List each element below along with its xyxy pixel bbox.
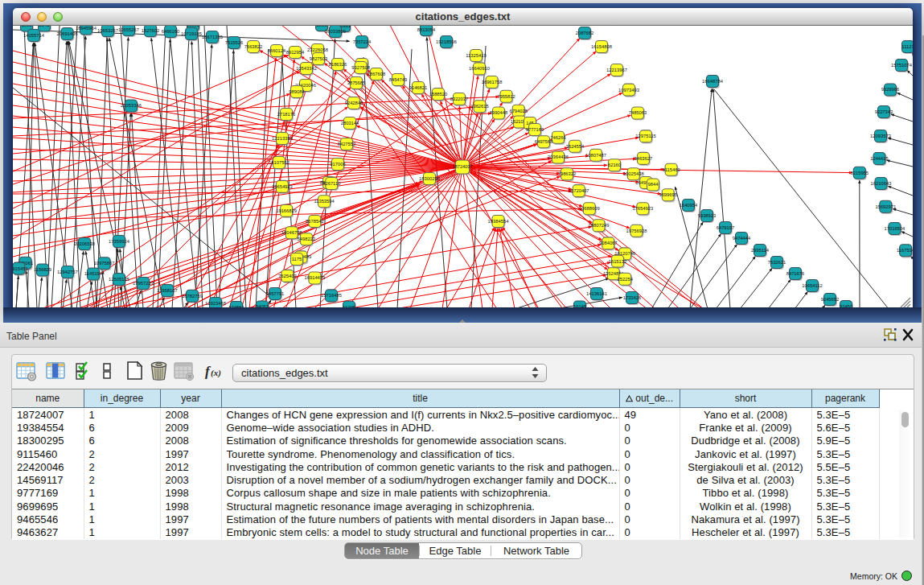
svg-text:1803: 1803: [317, 26, 327, 27]
svg-text:16640910: 16640910: [469, 66, 490, 71]
svg-text:9084067: 9084067: [599, 241, 618, 245]
svg-text:8186326: 8186326: [329, 62, 347, 67]
svg-text:9329966: 9329966: [881, 87, 900, 92]
svg-text:12923468: 12923468: [205, 301, 226, 306]
svg-text:1145194: 1145194: [84, 271, 103, 276]
svg-text:1891: 1891: [22, 26, 32, 27]
svg-text:7357224: 7357224: [353, 39, 372, 44]
svg-text:3875685: 3875685: [347, 80, 366, 85]
svg-text:16782759: 16782759: [182, 294, 203, 299]
svg-text:16046758: 16046758: [281, 230, 302, 235]
svg-text:10025438: 10025438: [623, 171, 644, 176]
svg-text:9146821: 9146821: [409, 85, 428, 90]
svg-text:15692971: 15692971: [875, 204, 896, 209]
svg-text:18724007: 18724007: [453, 164, 473, 169]
svg-text:11123: 11123: [901, 44, 913, 49]
svg-text:9463627: 9463627: [634, 156, 653, 161]
svg-text:18300295: 18300295: [419, 176, 440, 181]
svg-text:6479197: 6479197: [717, 225, 735, 230]
svg-text:16154808: 16154808: [591, 44, 612, 49]
svg-text:10654112: 10654112: [802, 283, 822, 288]
svg-text:12093573: 12093573: [870, 134, 891, 138]
svg-text:16671355: 16671355: [202, 35, 223, 39]
svg-text:10891: 10891: [187, 26, 199, 27]
svg-text:3624554: 3624554: [566, 144, 585, 149]
svg-text:3915451: 3915451: [13, 266, 28, 271]
svg-text:9245652: 9245652: [821, 297, 840, 302]
svg-text:252254: 252254: [618, 277, 634, 282]
svg-text:62160: 62160: [608, 163, 621, 167]
svg-text:20053346: 20053346: [121, 103, 142, 108]
svg-text:20364436: 20364436: [548, 154, 569, 159]
svg-text:19756928: 19756928: [626, 229, 647, 233]
svg-text:14136141: 14136141: [586, 291, 607, 296]
svg-text:19218506: 19218506: [436, 39, 457, 44]
svg-text:(x): (x): [211, 368, 221, 378]
svg-text:7515526: 7515526: [225, 40, 244, 45]
svg-text:15720407: 15720407: [569, 188, 589, 193]
svg-text:9115460: 9115460: [663, 167, 680, 172]
svg-text:7625402: 7625402: [278, 274, 297, 278]
svg-text:5938923: 5938923: [698, 213, 717, 218]
svg-text:17654923: 17654923: [632, 206, 653, 211]
svg-text:1175: 1175: [292, 257, 302, 262]
svg-text:2867608: 2867608: [368, 72, 386, 76]
svg-text:9844: 9844: [648, 182, 659, 187]
svg-text:8912954: 8912954: [286, 50, 305, 55]
svg-text:7632621: 7632621: [768, 260, 786, 265]
svg-text:6497568: 6497568: [535, 139, 553, 144]
svg-text:10688609: 10688609: [579, 206, 600, 211]
svg-text:16961758: 16961758: [482, 80, 503, 84]
svg-text:19384554: 19384554: [488, 219, 510, 224]
svg-text:11958107: 11958107: [157, 288, 177, 293]
svg-text:16107552: 16107552: [269, 160, 290, 165]
svg-text:1733426: 1733426: [623, 295, 642, 300]
svg-text:11353594: 11353594: [314, 199, 335, 204]
svg-text:15751074: 15751074: [891, 63, 913, 68]
svg-text:10655267: 10655267: [118, 27, 139, 32]
svg-text:12942757: 12942757: [57, 270, 78, 274]
svg-text:18807249: 18807249: [589, 223, 610, 228]
svg-text:2087682: 2087682: [576, 31, 594, 35]
svg-text:19654923: 19654923: [272, 184, 293, 189]
svg-text:8660124: 8660124: [268, 48, 286, 53]
svg-text:16033809: 16033809: [325, 29, 346, 34]
svg-text:1640954: 1640954: [680, 203, 698, 208]
svg-text:10543342: 10543342: [296, 66, 317, 71]
svg-text:8322037: 8322037: [450, 97, 469, 101]
svg-text:20206538: 20206538: [74, 241, 95, 246]
svg-text:8813054: 8813054: [417, 27, 436, 32]
svg-text:17957223: 17957223: [133, 281, 154, 286]
svg-text:7986322: 7986322: [558, 171, 577, 176]
svg-text:8471676: 8471676: [786, 271, 805, 276]
svg-text:17016504: 17016504: [885, 226, 906, 231]
svg-text:23226058: 23226058: [307, 47, 328, 52]
svg-text:18945964: 18945964: [76, 26, 97, 31]
svg-text:12213369: 12213369: [272, 136, 293, 141]
svg-text:8427552: 8427552: [338, 142, 356, 146]
svg-text:16648784: 16648784: [702, 79, 724, 84]
svg-text:1527602: 1527602: [142, 28, 160, 33]
svg-text:1362615: 1362615: [470, 104, 489, 109]
svg-text:10653267: 10653267: [97, 28, 118, 33]
svg-text:15716485: 15716485: [321, 293, 342, 298]
svg-text:2803144: 2803144: [341, 121, 359, 126]
svg-text:6466160: 6466160: [162, 29, 180, 34]
svg-text:6794028: 6794028: [509, 109, 528, 113]
svg-text:10973493: 10973493: [618, 88, 639, 93]
svg-text:12505135: 12505135: [109, 277, 129, 282]
svg-text:10719185: 10719185: [181, 31, 202, 36]
svg-text:19166829: 19166829: [276, 208, 297, 213]
svg-text:9457791: 9457791: [266, 291, 285, 296]
svg-text:2718176: 2718176: [277, 112, 296, 117]
svg-text:20691406: 20691406: [57, 31, 78, 36]
svg-text:7485063: 7485063: [629, 110, 647, 115]
svg-text:1156829: 1156829: [34, 267, 51, 272]
svg-text:17359924: 17359924: [109, 239, 130, 244]
svg-text:9474444: 9474444: [733, 236, 751, 241]
svg-text:2935114: 2935114: [751, 248, 770, 253]
svg-text:11325419: 11325419: [466, 53, 486, 58]
svg-text:9699695: 9699695: [659, 192, 677, 197]
svg-text:7955812: 7955812: [497, 94, 515, 99]
svg-text:8215955: 8215955: [851, 171, 869, 175]
